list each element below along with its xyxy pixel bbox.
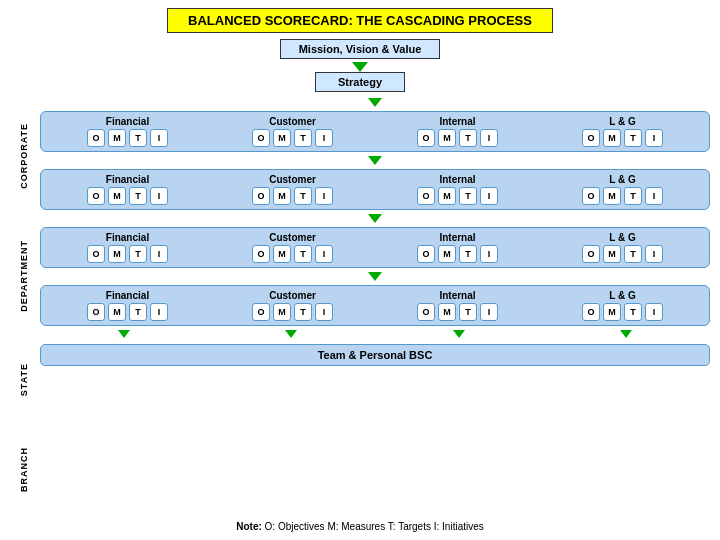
cell-m: M (603, 187, 621, 205)
label-corporate: CORPORATE (19, 123, 29, 189)
branch-band: Financial O M T I Customer O M (40, 285, 710, 326)
cell-i: I (315, 187, 333, 205)
cell-t: T (294, 303, 312, 321)
cell-m: M (603, 303, 621, 321)
multi-arrows (40, 330, 710, 338)
corporate-financial-title: Financial (106, 116, 149, 127)
cell-o: O (417, 129, 435, 147)
state-financial: Financial O M T I (47, 232, 208, 263)
branch-customer: Customer O M T I (212, 290, 373, 321)
cell-t: T (294, 129, 312, 147)
corporate-band: Financial O M T I Customer O M (40, 111, 710, 152)
team-bsc-band: Team & Personal BSC (40, 344, 710, 366)
cell-o: O (252, 187, 270, 205)
corporate-financial-cells: O M T I (87, 129, 168, 147)
dept-internal-title: Internal (439, 174, 475, 185)
arrow-branch-3 (453, 330, 465, 338)
cell-o: O (252, 245, 270, 263)
main-title: BALANCED SCORECARD: THE CASCADING PROCES… (167, 8, 553, 33)
cell-i: I (480, 129, 498, 147)
cell-i: I (645, 187, 663, 205)
corporate-customer-cells: O M T I (252, 129, 333, 147)
branch-financial-title: Financial (106, 290, 149, 301)
dept-customer-title: Customer (269, 174, 316, 185)
cell-t: T (624, 303, 642, 321)
cell-m: M (603, 129, 621, 147)
cell-t: T (459, 245, 477, 263)
cell-o: O (87, 303, 105, 321)
branch-lg-title: L & G (609, 290, 635, 301)
branch-row: Financial O M T I Customer O M (40, 285, 710, 326)
cell-i: I (315, 129, 333, 147)
cell-t: T (129, 303, 147, 321)
cell-i: I (645, 129, 663, 147)
cell-t: T (624, 129, 642, 147)
cell-m: M (273, 245, 291, 263)
cell-m: M (108, 187, 126, 205)
state-internal: Internal O M T I (377, 232, 538, 263)
cell-m: M (108, 303, 126, 321)
state-band: Financial O M T I Customer O M (40, 227, 710, 268)
state-lg: L & G O M T I (542, 232, 703, 263)
branch-internal: Internal O M T I (377, 290, 538, 321)
cell-o: O (417, 303, 435, 321)
cell-i: I (480, 303, 498, 321)
department-customer: Customer O M T I (212, 174, 373, 205)
cell-i: I (150, 129, 168, 147)
corporate-lg-title: L & G (609, 116, 635, 127)
arrow-branch-1 (118, 330, 130, 338)
note-text: O: Objectives M: Measures T: Targets I: … (265, 521, 484, 532)
arrow-branch-4 (620, 330, 632, 338)
arrow-branch-2 (285, 330, 297, 338)
corporate-lg-cells: O M T I (582, 129, 663, 147)
arrow-corp-to-dept (40, 156, 710, 165)
note-label: Note: (236, 521, 262, 532)
cell-m: M (438, 245, 456, 263)
cell-m: M (108, 245, 126, 263)
cell-m: M (273, 129, 291, 147)
cell-m: M (438, 187, 456, 205)
state-customer: Customer O M T I (212, 232, 373, 263)
main-container: BALANCED SCORECARD: THE CASCADING PROCES… (0, 0, 720, 540)
cell-t: T (624, 245, 642, 263)
cell-i: I (315, 245, 333, 263)
cell-o: O (582, 129, 600, 147)
cell-i: I (315, 303, 333, 321)
cell-m: M (438, 303, 456, 321)
department-internal: Internal O M T I (377, 174, 538, 205)
arrow-mvv-to-strategy (352, 62, 368, 72)
cell-i: I (150, 303, 168, 321)
cell-i: I (480, 245, 498, 263)
cell-t: T (129, 245, 147, 263)
branch-customer-title: Customer (269, 290, 316, 301)
cell-m: M (108, 129, 126, 147)
cell-t: T (129, 129, 147, 147)
corporate-financial: Financial O M T I (47, 116, 208, 147)
department-financial: Financial O M T I (47, 174, 208, 205)
arrow-dept-to-state (40, 214, 710, 223)
cell-t: T (294, 187, 312, 205)
note-line: Note: O: Objectives M: Measures T: Targe… (236, 521, 484, 532)
corporate-internal-title: Internal (439, 116, 475, 127)
cell-t: T (459, 187, 477, 205)
cell-o: O (87, 129, 105, 147)
arrow-strategy-to-corporate (40, 98, 710, 107)
mvv-box: Mission, Vision & Value (280, 39, 441, 59)
cell-m: M (438, 129, 456, 147)
cell-m: M (273, 187, 291, 205)
cell-t: T (624, 187, 642, 205)
corporate-internal-cells: O M T I (417, 129, 498, 147)
cell-o: O (252, 129, 270, 147)
branch-financial: Financial O M T I (47, 290, 208, 321)
arrow-state-to-branch (40, 272, 710, 281)
dept-financial-title: Financial (106, 174, 149, 185)
cell-o: O (252, 303, 270, 321)
cell-t: T (459, 303, 477, 321)
label-department: DEPARTMENT (19, 240, 29, 312)
cell-i: I (645, 303, 663, 321)
cell-o: O (582, 245, 600, 263)
label-branch: BRANCH (19, 447, 29, 492)
corporate-lg: L & G O M T I (542, 116, 703, 147)
label-state: STATE (19, 363, 29, 396)
state-customer-title: Customer (269, 232, 316, 243)
